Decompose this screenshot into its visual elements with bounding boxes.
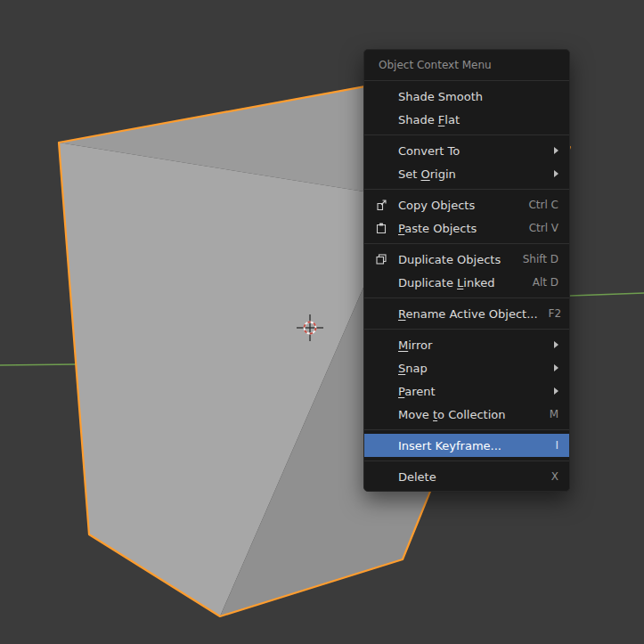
shortcut-label: Alt D [522,276,558,289]
shortcut-label: Ctrl C [518,199,558,211]
menu-item-rename-active-object[interactable]: Rename Active Object... F2 [364,302,569,325]
menu-item-label: Mirror [398,338,432,352]
menu-item-duplicate-objects[interactable]: Duplicate Objects Shift D [364,248,569,271]
axis-y-line-left [0,364,77,365]
menu-item-copy-objects[interactable]: Copy Objects Ctrl C [364,193,569,216]
menu-item-label: Delete [398,470,436,484]
shortcut-label: M [539,408,558,420]
menu-item-label: Insert Keyframe... [398,439,501,452]
menu-item-shade-smooth[interactable]: Shade Smooth [364,85,569,108]
menu-item-label: Snap [398,362,428,375]
shortcut-label: Shift D [512,253,558,265]
menu-item-label: Convert To [398,144,460,158]
shortcut-label: X [541,470,558,483]
shortcut-label: I [544,439,558,452]
object-context-menu: Object Context Menu Shade Smooth Shade F… [363,49,570,492]
menu-item-label: Copy Objects [398,199,475,212]
submenu-arrow-icon [554,341,558,348]
menu-item-label: Duplicate Linked [398,276,495,289]
menu-item-insert-keyframe[interactable]: Insert Keyframe... I [364,434,569,457]
menu-item-label: Shade Flat [398,113,460,126]
menu-item-paste-objects[interactable]: Paste Objects Ctrl V [364,216,569,240]
menu-item-label: Shade Smooth [398,90,483,103]
menu-title: Object Context Menu [364,50,569,80]
menu-separator [364,243,569,244]
menu-separator [364,80,569,81]
menu-item-mirror[interactable]: Mirror [364,333,569,356]
menu-item-label: Paste Objects [398,222,477,235]
menu-separator [364,189,569,190]
menu-item-snap[interactable]: Snap [364,356,569,379]
menu-item-move-to-collection[interactable]: Move to Collection M [364,403,569,426]
duplicate-icon [375,253,398,265]
menu-item-duplicate-linked[interactable]: Duplicate Linked Alt D [364,271,569,294]
menu-item-label: Parent [398,385,436,398]
submenu-arrow-icon [554,147,558,154]
blender-3d-viewport: Object Context Menu Shade Smooth Shade F… [0,0,644,644]
menu-separator [364,135,569,135]
menu-item-label: Duplicate Objects [398,253,501,266]
submenu-arrow-icon [554,387,558,395]
menu-separator [364,461,569,461]
menu-separator [364,298,569,298]
axis-y-line-right [570,293,644,296]
shortcut-label: Ctrl V [518,222,558,234]
menu-item-delete[interactable]: Delete X [364,465,569,488]
shortcut-label: F2 [538,307,562,320]
menu-item-label: Set Origin [398,167,456,181]
menu-separator [364,429,569,430]
menu-item-set-origin[interactable]: Set Origin [364,162,569,185]
menu-item-convert-to[interactable]: Convert To [364,139,569,162]
menu-item-label: Move to Collection [398,408,506,421]
copy-icon [375,199,398,211]
menu-item-label: Rename Active Object... [398,307,538,321]
menu-item-shade-flat[interactable]: Shade Flat [364,108,569,131]
submenu-arrow-icon [554,364,558,371]
paste-icon [375,222,398,234]
menu-separator [364,329,569,330]
menu-item-parent[interactable]: Parent [364,379,569,403]
submenu-arrow-icon [554,170,558,177]
